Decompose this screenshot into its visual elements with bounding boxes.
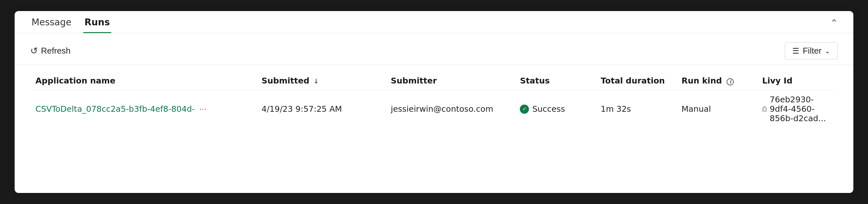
filter-button[interactable]: ☰ Filter ⌄ [785, 42, 838, 60]
tab-runs-label: Runs [85, 17, 110, 28]
table-body: CSVToDelta_078cc2a5-b3fb-4ef8-804d- ⋯ 4/… [30, 90, 838, 128]
livy-id-text: 76eb2930-9df4-4560-856b-d2cad... [770, 95, 833, 123]
col-status: Status [515, 70, 595, 90]
chevron-up-icon: ⌃ [830, 18, 838, 28]
table-header: Application name Submitted ↓ Submitter S… [30, 70, 838, 90]
cell-status: ✓ Success [515, 90, 595, 128]
tab-runs[interactable]: Runs [83, 11, 111, 33]
app-name-link[interactable]: CSVToDelta_078cc2a5-b3fb-4ef8-804d- [35, 104, 195, 114]
table-area: Application name Submitted ↓ Submitter S… [14, 65, 854, 135]
chevron-down-icon: ⌄ [825, 47, 830, 55]
row-more-options-button[interactable]: ⋯ [197, 104, 210, 114]
table-row: CSVToDelta_078cc2a5-b3fb-4ef8-804d- ⋯ 4/… [30, 90, 838, 128]
success-icon: ✓ [520, 105, 529, 114]
filter-label: Filter [803, 46, 822, 56]
main-card: Message Runs ⌃ ↺ Refresh ☰ Filter ⌄ [14, 11, 854, 193]
status-text: Success [532, 104, 565, 114]
col-livy-id: Livy Id [757, 70, 838, 90]
col-app-name: Application name [30, 70, 256, 90]
filter-icon: ☰ [792, 46, 799, 56]
cell-livy-id: ⎙ 76eb2930-9df4-4560-856b-d2cad... [757, 90, 838, 128]
cell-total-duration: 1m 32s [596, 90, 676, 128]
col-run-kind: Run kind i [676, 70, 757, 90]
tab-message-label: Message [32, 17, 71, 28]
tab-message[interactable]: Message [30, 11, 73, 33]
cell-submitter: jessieirwin@contoso.com [385, 90, 515, 128]
refresh-icon: ↺ [30, 45, 38, 56]
cell-run-kind: Manual [676, 90, 757, 128]
refresh-label: Refresh [41, 46, 70, 56]
refresh-button[interactable]: ↺ Refresh [30, 45, 70, 56]
tabs-left: Message Runs [30, 11, 111, 33]
runs-table: Application name Submitted ↓ Submitter S… [30, 70, 838, 128]
collapse-button[interactable]: ⌃ [830, 13, 838, 33]
sort-arrow-icon: ↓ [313, 77, 319, 85]
col-submitter: Submitter [385, 70, 515, 90]
cell-submitted: 4/19/23 9:57:25 AM [256, 90, 385, 128]
cell-app-name: CSVToDelta_078cc2a5-b3fb-4ef8-804d- ⋯ [30, 90, 256, 128]
run-kind-info-icon[interactable]: i [726, 78, 734, 86]
tabs-bar: Message Runs ⌃ [14, 11, 854, 33]
col-submitted[interactable]: Submitted ↓ [256, 70, 385, 90]
toolbar: ↺ Refresh ☰ Filter ⌄ [14, 33, 854, 65]
col-total-duration: Total duration [596, 70, 676, 90]
copy-icon[interactable]: ⎙ [762, 105, 767, 113]
